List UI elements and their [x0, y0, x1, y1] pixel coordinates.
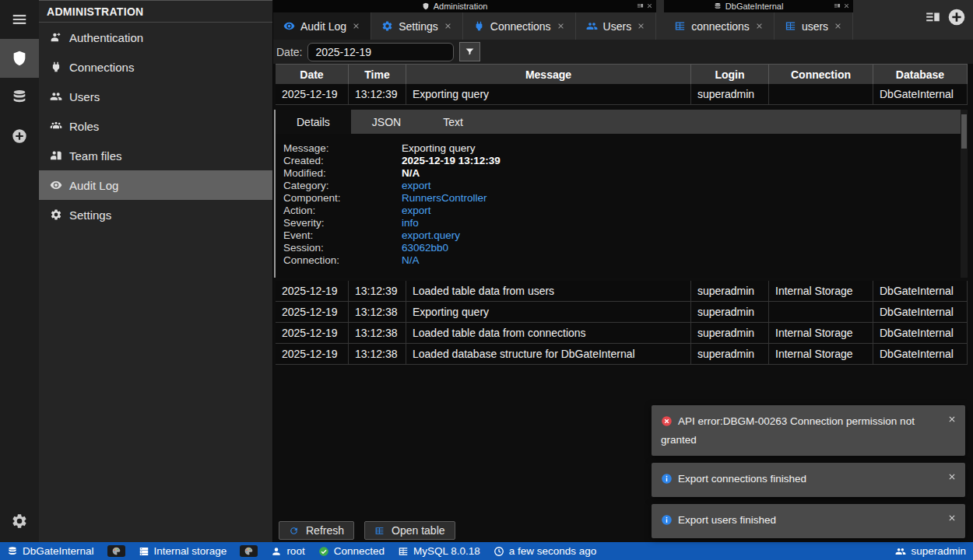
tab-connections[interactable]: connections: [664, 12, 775, 40]
sidebar-item-roles[interactable]: Roles: [39, 111, 272, 141]
new-connection-button[interactable]: [947, 7, 967, 30]
tab-list-toggle-button[interactable]: [925, 9, 941, 29]
status-bar: DbGateInternalInternal storagerootConnec…: [0, 542, 973, 560]
tab-settings[interactable]: Settings: [371, 12, 463, 40]
tab-close-icon[interactable]: [834, 22, 842, 30]
sidebar-item-team-files[interactable]: Team files: [39, 141, 272, 170]
tab-audit-log[interactable]: Audit Log: [273, 12, 371, 40]
date-filter-input[interactable]: [307, 43, 454, 61]
tab-label: users: [802, 20, 828, 33]
table-cell: Loaded table data from connections: [406, 323, 691, 343]
tab-close-icon[interactable]: [755, 22, 764, 30]
table-cell: Loaded table data from users: [406, 281, 691, 301]
table-row[interactable]: 2025-12-1913:12:38Loaded database struct…: [276, 344, 968, 365]
detail-tab-details[interactable]: Details: [276, 110, 351, 134]
team-files-icon: [50, 149, 62, 162]
tab-label: Audit Log: [300, 20, 346, 33]
detail-field-value[interactable]: info: [402, 217, 957, 229]
sidebar-item-authentication[interactable]: Authentication: [39, 23, 272, 52]
sidebar-item-audit-log[interactable]: Audit Log: [39, 170, 272, 200]
tab-close-icon[interactable]: [557, 22, 565, 30]
detail-body: Message:Exporting queryCreated:2025-12-1…: [276, 134, 968, 278]
statusbar-superadmin[interactable]: superadmin: [895, 545, 966, 557]
detail-field-value[interactable]: RunnersController: [402, 192, 957, 205]
tab-users[interactable]: users: [775, 12, 853, 40]
users-icon: [50, 90, 62, 103]
statusbar-color-badge[interactable]: [107, 545, 125, 557]
detail-field: Created:2025-12-19 13:12:39: [283, 155, 957, 167]
statusbar-color-badge[interactable]: [240, 545, 258, 557]
sidebar-item-users[interactable]: Users: [39, 82, 272, 111]
detail-field-value[interactable]: N/A: [402, 254, 957, 267]
users-icon: [895, 546, 906, 557]
column-header: Connection: [769, 65, 873, 84]
activitybar-menu-button[interactable]: [0, 0, 39, 39]
activitybar-settings-button[interactable]: [0, 502, 39, 541]
table-cell: Exporting query: [406, 84, 691, 104]
group-split-icon[interactable]: [637, 2, 644, 11]
detail-tab-json[interactable]: JSON: [351, 110, 422, 134]
activitybar-administration-button[interactable]: [0, 39, 39, 78]
clock-icon: [494, 546, 504, 557]
database-icon: [7, 546, 18, 557]
activitybar-databases-button[interactable]: [0, 78, 39, 117]
statusbar-root[interactable]: root: [271, 545, 304, 557]
statusbar-connected[interactable]: Connected: [318, 545, 385, 557]
detail-tab-text[interactable]: Text: [422, 110, 484, 134]
group-split-icon[interactable]: [834, 2, 841, 11]
detail-field: Component:RunnersController: [283, 192, 957, 205]
footer-toolbar: RefreshOpen table: [279, 521, 455, 540]
detail-field-value[interactable]: export: [402, 180, 957, 192]
sidebar-item-settings[interactable]: Settings: [39, 200, 272, 229]
detail-field: Modified:N/A: [283, 167, 957, 180]
sidebar-item-label: Users: [69, 90, 100, 103]
auth-icon: [50, 31, 62, 44]
detail-field-value[interactable]: export: [402, 205, 957, 217]
open-table-button[interactable]: Open table: [364, 521, 455, 540]
activity-bar: [0, 0, 39, 542]
statusbar-mysql-8-0-18[interactable]: MySQL 8.0.18: [398, 545, 480, 557]
column-header: Login: [691, 65, 769, 84]
table-cell: [769, 84, 873, 104]
toast-close-icon[interactable]: [947, 511, 957, 527]
table-cell: DbGateInternal: [873, 84, 968, 104]
table-row[interactable]: 2025-12-1913:12:39Exporting querysuperad…: [276, 84, 968, 105]
table-cell: Exporting query: [406, 302, 691, 322]
tab-users[interactable]: Users: [576, 12, 657, 40]
detail-field-value[interactable]: export.query: [402, 229, 957, 242]
group-close-icon[interactable]: [646, 2, 653, 11]
tab-close-icon[interactable]: [352, 22, 360, 30]
database-icon: [714, 2, 722, 10]
tab-strip: AdministrationAudit LogSettingsConnectio…: [273, 0, 973, 40]
statusbar-a-few-seconds-ago[interactable]: a few seconds ago: [494, 545, 597, 557]
split-sm-icon: [637, 2, 644, 9]
group-close-icon[interactable]: [843, 2, 850, 11]
check-circle-icon: [318, 546, 329, 557]
column-header: Time: [349, 65, 406, 84]
tab-close-icon[interactable]: [444, 22, 452, 30]
tab-connections[interactable]: Connections: [463, 12, 576, 40]
tab-group-header[interactable]: DbGateInternal: [664, 0, 853, 12]
detail-field-value: Exporting query: [402, 142, 957, 155]
activitybar-add-connection-button[interactable]: [0, 117, 39, 156]
refresh-button[interactable]: Refresh: [279, 521, 354, 540]
toast-close-icon[interactable]: [947, 470, 957, 486]
users-icon: [586, 20, 598, 32]
detail-field-value: N/A: [402, 167, 957, 180]
detail-scrollbar[interactable]: [961, 110, 968, 278]
sidebar-item-connections[interactable]: Connections: [39, 52, 272, 82]
detail-field-label: Modified:: [283, 167, 402, 180]
scrollbar-thumb[interactable]: [961, 114, 967, 149]
toast-close-icon[interactable]: [947, 412, 957, 429]
statusbar-dbgateinternal[interactable]: DbGateInternal: [7, 545, 94, 557]
tab-group-header[interactable]: Administration: [273, 0, 656, 12]
table-row[interactable]: 2025-12-1913:12:39Loaded table data from…: [276, 281, 968, 302]
tab-close-icon[interactable]: [637, 22, 645, 30]
statusbar-internal-storage[interactable]: Internal storage: [139, 545, 227, 557]
apply-filter-button[interactable]: [459, 42, 480, 61]
table-row[interactable]: 2025-12-1913:12:38Loaded table data from…: [276, 323, 968, 344]
table-row[interactable]: 2025-12-1913:12:38Exporting querysuperad…: [276, 302, 968, 323]
roles-icon: [50, 120, 62, 132]
close-icon: [843, 2, 850, 9]
detail-field-value[interactable]: 63062bb0: [402, 242, 957, 254]
